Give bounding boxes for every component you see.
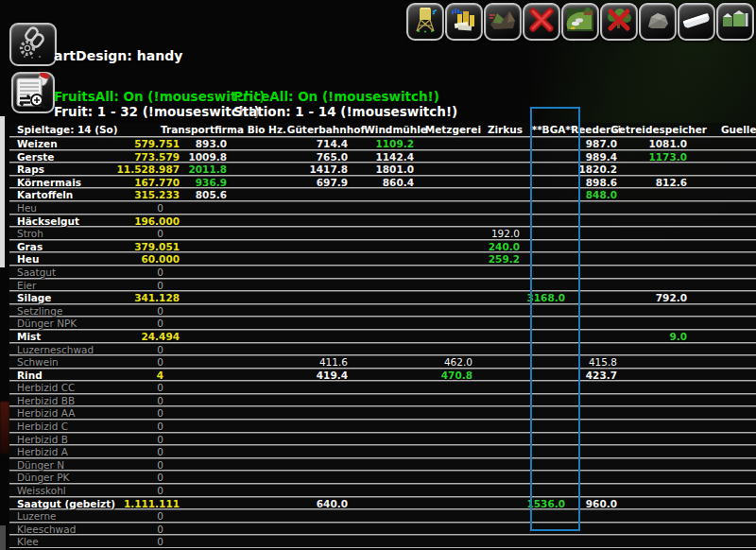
mod-author-label: artDesign: handy (54, 48, 182, 63)
table-row: Raps11.528.9872011.81417.81801.01820.2 (9, 163, 756, 176)
price-table: Spieltage: 14 (So)TransportfirmaBio Hz.G… (9, 123, 756, 548)
row-amount: 0 (132, 421, 180, 432)
money-stats-button[interactable] (445, 3, 483, 41)
row-cell (414, 459, 472, 471)
row-cell (414, 189, 472, 200)
table-row: Körnermais167.770936.9697.9860.4898.6812… (9, 176, 756, 189)
row-label: Saatgut (9, 266, 132, 278)
row-cell (180, 356, 232, 368)
row-cell (286, 305, 348, 317)
background-scenery (0, 402, 9, 454)
row-cell (617, 163, 687, 175)
row-cell (180, 215, 232, 227)
row-cell (286, 536, 348, 547)
row-cell (520, 163, 565, 175)
row-cell (348, 459, 414, 471)
row-cell (520, 524, 565, 535)
row-cell (414, 498, 472, 509)
row-cell (687, 421, 756, 432)
mod-settings-button[interactable] (9, 23, 57, 66)
close-button[interactable] (523, 3, 560, 41)
row-cell (617, 266, 687, 278)
row-cell (520, 331, 565, 342)
row-cell (348, 318, 414, 329)
row-cell (565, 228, 617, 239)
row-cell (617, 407, 687, 419)
field-button[interactable] (561, 3, 599, 41)
row-cell: 462.0 (414, 356, 472, 368)
row-cell (348, 253, 414, 265)
table-row: Weizen579.751893.0714.41109.2987.01081.0 (9, 137, 756, 150)
row-cell: 893.0 (180, 138, 232, 149)
table-row: Herbizid B0 (9, 433, 756, 446)
table-row: Klee0 (9, 535, 756, 548)
row-cell (414, 331, 472, 342)
row-cell (180, 266, 232, 278)
row-cell (348, 305, 414, 317)
row-amount: 0 (132, 459, 180, 471)
greenhouse-button[interactable] (678, 3, 715, 41)
fruit-range-switch[interactable]: Fruit: 1 - 32 (!mouseswitch!) (54, 104, 260, 119)
row-cell (565, 510, 617, 522)
row-cell (687, 459, 756, 471)
row-amount: 0 (132, 228, 180, 239)
close-icon (527, 6, 556, 38)
row-cell (617, 280, 687, 291)
silo-button[interactable] (406, 3, 444, 41)
price-list-icon (14, 73, 52, 112)
row-cell (414, 138, 472, 149)
row-cell (520, 241, 565, 252)
row-cell (348, 292, 414, 303)
row-cell (414, 163, 472, 175)
row-cell (414, 510, 472, 522)
row-cell (687, 395, 756, 406)
row-cell: 419.4 (286, 370, 348, 381)
factory-button[interactable] (716, 3, 754, 41)
row-cell (348, 202, 414, 214)
station-range-switch[interactable]: Station: 1 - 14 (!mouseswitch!) (233, 104, 457, 119)
table-row: Herbizid C0 (9, 420, 756, 433)
table-row: Weisskohl0 (9, 484, 756, 497)
row-cell (286, 459, 348, 471)
row-label: Herbizid C (9, 421, 132, 432)
row-cell (232, 472, 286, 483)
row-cell (565, 485, 617, 496)
row-cell (286, 344, 348, 355)
row-cell (414, 280, 472, 291)
row-label: Gerste (9, 151, 132, 163)
row-cell (472, 421, 520, 432)
row-cell (232, 138, 286, 149)
row-cell (414, 177, 472, 188)
row-cell (687, 151, 756, 163)
row-cell (472, 344, 520, 355)
row-cell (617, 189, 687, 200)
row-cell: 1801.0 (348, 163, 414, 175)
row-cell (617, 382, 687, 393)
price-list-button[interactable] (11, 72, 55, 113)
row-cell (520, 138, 565, 149)
price-all-toggle[interactable]: PriceAll: On (!mouseswitch!) (233, 89, 439, 104)
row-cell (286, 331, 348, 342)
row-cell (617, 228, 687, 239)
row-cell (286, 292, 348, 303)
row-cell: 415.8 (565, 356, 617, 368)
row-cell (348, 421, 414, 432)
row-amount: 24.494 (132, 331, 180, 342)
row-cell (414, 536, 472, 547)
row-cell (180, 202, 232, 214)
field-icon (566, 6, 594, 38)
row-cell (180, 318, 232, 329)
terrain-map-button[interactable] (484, 3, 522, 41)
row-cell (520, 356, 565, 368)
remove-trees-button[interactable] (600, 3, 638, 41)
row-cell (414, 228, 472, 239)
row-cell (687, 510, 756, 522)
row-cell: 805.6 (180, 189, 232, 200)
row-cell (617, 421, 687, 432)
rock-button[interactable] (639, 3, 677, 41)
column-header: Transportfirma (192, 123, 244, 136)
row-cell (687, 189, 756, 200)
row-cell (520, 459, 565, 471)
row-cell (348, 536, 414, 547)
row-cell (414, 292, 472, 303)
